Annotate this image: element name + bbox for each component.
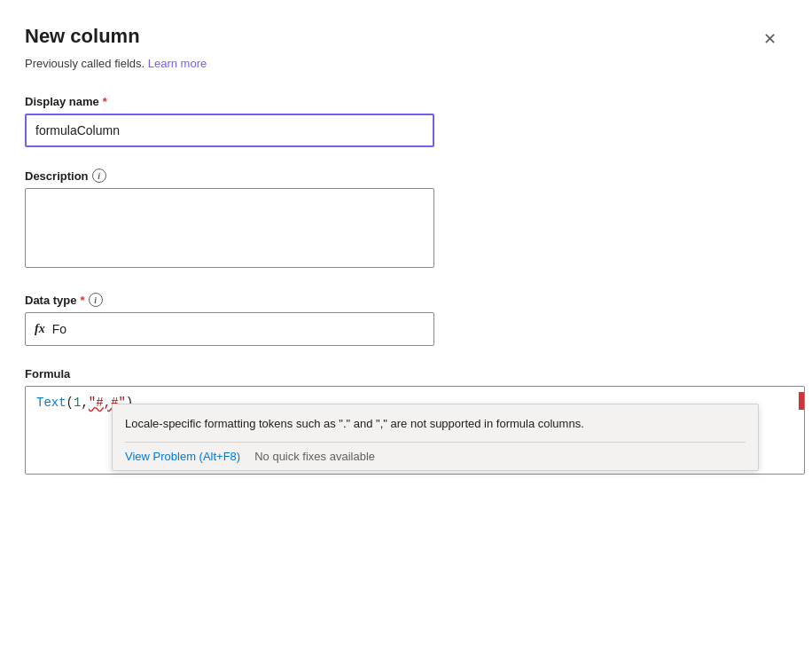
learn-more-link[interactable]: Learn more bbox=[148, 57, 207, 70]
display-name-input[interactable] bbox=[25, 114, 434, 147]
data-type-label: Data type * i bbox=[25, 293, 784, 307]
display-name-label: Display name * bbox=[25, 95, 784, 108]
display-name-section: Display name * bbox=[25, 95, 784, 147]
tooltip-actions: View Problem (Alt+F8) No quick fixes ava… bbox=[125, 442, 746, 470]
formula-func: Text bbox=[36, 396, 66, 410]
data-type-value: Fo bbox=[52, 322, 66, 336]
data-type-required-star: * bbox=[81, 294, 85, 307]
fx-icon: fx bbox=[35, 322, 45, 336]
close-button[interactable]: ✕ bbox=[755, 25, 784, 53]
new-column-dialog: New column ✕ Previously called fields. L… bbox=[0, 0, 812, 667]
description-info-icon[interactable]: i bbox=[92, 169, 106, 183]
subtitle: Previously called fields. Learn more bbox=[25, 57, 784, 70]
formula-label: Formula bbox=[25, 367, 70, 381]
view-problem-button[interactable]: View Problem (Alt+F8) bbox=[125, 450, 240, 463]
tooltip-popup: Locale-specific formatting tokens such a… bbox=[112, 404, 759, 471]
description-textarea[interactable] bbox=[25, 188, 434, 268]
dialog-header: New column ✕ bbox=[25, 25, 784, 53]
data-type-info-icon[interactable]: i bbox=[89, 293, 103, 307]
error-marker bbox=[799, 392, 804, 410]
data-type-section: Data type * i fx Fo bbox=[25, 293, 784, 346]
no-fixes-text: No quick fixes available bbox=[254, 450, 375, 463]
description-section: Description i bbox=[25, 169, 784, 271]
description-label: Description i bbox=[25, 169, 784, 183]
close-icon: ✕ bbox=[763, 29, 777, 49]
formula-label-row: Formula bbox=[25, 367, 784, 381]
dialog-title: New column bbox=[25, 25, 140, 48]
required-star: * bbox=[103, 95, 107, 108]
formula-editor-wrapper: Locale-specific formatting tokens such a… bbox=[25, 386, 784, 475]
tooltip-message: Locale-specific formatting tokens such a… bbox=[125, 415, 746, 433]
data-type-dropdown[interactable]: fx Fo bbox=[25, 312, 434, 346]
formula-section: Formula Locale-specific formatting token… bbox=[25, 367, 784, 475]
